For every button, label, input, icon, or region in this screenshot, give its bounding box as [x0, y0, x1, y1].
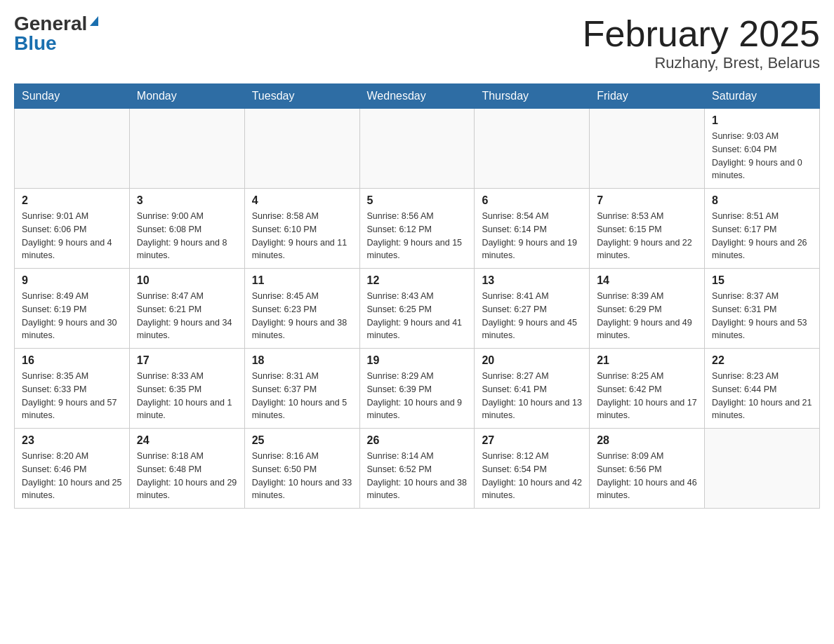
day-cell: 19Sunrise: 8:29 AMSunset: 6:39 PMDayligh…: [359, 349, 475, 429]
day-info: Sunrise: 8:25 AMSunset: 6:42 PMDaylight:…: [597, 370, 697, 422]
day-cell: 15Sunrise: 8:37 AMSunset: 6:31 PMDayligh…: [705, 269, 820, 349]
day-number: 22: [712, 354, 812, 367]
day-info: Sunrise: 8:39 AMSunset: 6:29 PMDaylight:…: [597, 290, 697, 342]
weekday-header-saturday: Saturday: [705, 84, 820, 109]
day-info: Sunrise: 8:53 AMSunset: 6:15 PMDaylight:…: [597, 210, 697, 262]
day-cell: 2Sunrise: 9:01 AMSunset: 6:06 PMDaylight…: [15, 189, 130, 269]
day-number: 12: [367, 274, 468, 287]
weekday-header-thursday: Thursday: [475, 84, 590, 109]
day-cell: 28Sunrise: 8:09 AMSunset: 6:56 PMDayligh…: [590, 429, 705, 509]
day-number: 11: [252, 274, 352, 287]
day-cell: 7Sunrise: 8:53 AMSunset: 6:15 PMDaylight…: [590, 189, 705, 269]
day-info: Sunrise: 8:45 AMSunset: 6:23 PMDaylight:…: [252, 290, 352, 342]
logo-arrow-icon: [90, 16, 98, 26]
day-number: 18: [252, 354, 352, 367]
day-cell: 9Sunrise: 8:49 AMSunset: 6:19 PMDaylight…: [15, 269, 130, 349]
day-cell: [129, 109, 244, 189]
title-area: February 2025 Ruzhany, Brest, Belarus: [583, 14, 820, 72]
day-cell: 23Sunrise: 8:20 AMSunset: 6:46 PMDayligh…: [15, 429, 130, 509]
day-info: Sunrise: 9:00 AMSunset: 6:08 PMDaylight:…: [137, 210, 237, 262]
day-info: Sunrise: 8:56 AMSunset: 6:12 PMDaylight:…: [367, 210, 468, 262]
day-number: 1: [712, 114, 812, 127]
day-number: 13: [482, 274, 582, 287]
weekday-header-tuesday: Tuesday: [244, 84, 359, 109]
day-cell: 10Sunrise: 8:47 AMSunset: 6:21 PMDayligh…: [129, 269, 244, 349]
day-cell: 18Sunrise: 8:31 AMSunset: 6:37 PMDayligh…: [244, 349, 359, 429]
day-cell: 21Sunrise: 8:25 AMSunset: 6:42 PMDayligh…: [590, 349, 705, 429]
day-cell: [15, 109, 130, 189]
day-cell: 11Sunrise: 8:45 AMSunset: 6:23 PMDayligh…: [244, 269, 359, 349]
day-number: 28: [597, 434, 697, 447]
day-cell: 1Sunrise: 9:03 AMSunset: 6:04 PMDaylight…: [705, 109, 820, 189]
weekday-header-monday: Monday: [129, 84, 244, 109]
day-info: Sunrise: 9:01 AMSunset: 6:06 PMDaylight:…: [22, 210, 122, 262]
day-cell: 3Sunrise: 9:00 AMSunset: 6:08 PMDaylight…: [129, 189, 244, 269]
day-number: 8: [712, 194, 812, 207]
day-cell: [359, 109, 475, 189]
day-info: Sunrise: 9:03 AMSunset: 6:04 PMDaylight:…: [712, 130, 812, 182]
logo: General Blue: [14, 14, 98, 53]
day-info: Sunrise: 8:09 AMSunset: 6:56 PMDaylight:…: [597, 450, 697, 502]
weekday-header-row: SundayMondayTuesdayWednesdayThursdayFrid…: [15, 84, 820, 109]
day-info: Sunrise: 8:49 AMSunset: 6:19 PMDaylight:…: [22, 290, 122, 342]
week-row-1: 1Sunrise: 9:03 AMSunset: 6:04 PMDaylight…: [15, 109, 820, 189]
day-info: Sunrise: 8:31 AMSunset: 6:37 PMDaylight:…: [252, 370, 352, 422]
day-cell: 17Sunrise: 8:33 AMSunset: 6:35 PMDayligh…: [129, 349, 244, 429]
day-info: Sunrise: 8:54 AMSunset: 6:14 PMDaylight:…: [482, 210, 582, 262]
day-cell: 8Sunrise: 8:51 AMSunset: 6:17 PMDaylight…: [705, 189, 820, 269]
day-info: Sunrise: 8:41 AMSunset: 6:27 PMDaylight:…: [482, 290, 582, 342]
day-number: 5: [367, 194, 468, 207]
day-number: 16: [22, 354, 122, 367]
day-cell: 20Sunrise: 8:27 AMSunset: 6:41 PMDayligh…: [475, 349, 590, 429]
week-row-4: 16Sunrise: 8:35 AMSunset: 6:33 PMDayligh…: [15, 349, 820, 429]
calendar-table: SundayMondayTuesdayWednesdayThursdayFrid…: [14, 83, 820, 509]
day-cell: 13Sunrise: 8:41 AMSunset: 6:27 PMDayligh…: [475, 269, 590, 349]
day-info: Sunrise: 8:14 AMSunset: 6:52 PMDaylight:…: [367, 450, 468, 502]
day-number: 19: [367, 354, 468, 367]
day-cell: 5Sunrise: 8:56 AMSunset: 6:12 PMDaylight…: [359, 189, 475, 269]
day-number: 24: [137, 434, 237, 447]
day-info: Sunrise: 8:37 AMSunset: 6:31 PMDaylight:…: [712, 290, 812, 342]
logo-general-text: General: [14, 14, 87, 34]
day-cell: [244, 109, 359, 189]
weekday-header-friday: Friday: [590, 84, 705, 109]
weekday-header-sunday: Sunday: [15, 84, 130, 109]
day-info: Sunrise: 8:33 AMSunset: 6:35 PMDaylight:…: [137, 370, 237, 422]
day-cell: 24Sunrise: 8:18 AMSunset: 6:48 PMDayligh…: [129, 429, 244, 509]
day-info: Sunrise: 8:12 AMSunset: 6:54 PMDaylight:…: [482, 450, 582, 502]
day-info: Sunrise: 8:29 AMSunset: 6:39 PMDaylight:…: [367, 370, 468, 422]
day-number: 6: [482, 194, 582, 207]
day-cell: 25Sunrise: 8:16 AMSunset: 6:50 PMDayligh…: [244, 429, 359, 509]
week-row-3: 9Sunrise: 8:49 AMSunset: 6:19 PMDaylight…: [15, 269, 820, 349]
page-header: General Blue February 2025 Ruzhany, Bres…: [14, 14, 820, 72]
day-number: 27: [482, 434, 582, 447]
day-cell: 26Sunrise: 8:14 AMSunset: 6:52 PMDayligh…: [359, 429, 475, 509]
day-cell: 6Sunrise: 8:54 AMSunset: 6:14 PMDaylight…: [475, 189, 590, 269]
day-number: 17: [137, 354, 237, 367]
day-number: 26: [367, 434, 468, 447]
day-cell: 4Sunrise: 8:58 AMSunset: 6:10 PMDaylight…: [244, 189, 359, 269]
day-number: 10: [137, 274, 237, 287]
day-info: Sunrise: 8:16 AMSunset: 6:50 PMDaylight:…: [252, 450, 352, 502]
day-info: Sunrise: 8:47 AMSunset: 6:21 PMDaylight:…: [137, 290, 237, 342]
logo-blue-text: Blue: [14, 34, 57, 53]
day-cell: [705, 429, 820, 509]
weekday-header-wednesday: Wednesday: [359, 84, 475, 109]
month-title: February 2025: [583, 14, 820, 54]
day-cell: [590, 109, 705, 189]
day-info: Sunrise: 8:27 AMSunset: 6:41 PMDaylight:…: [482, 370, 582, 422]
week-row-5: 23Sunrise: 8:20 AMSunset: 6:46 PMDayligh…: [15, 429, 820, 509]
day-number: 20: [482, 354, 582, 367]
day-info: Sunrise: 8:43 AMSunset: 6:25 PMDaylight:…: [367, 290, 468, 342]
day-info: Sunrise: 8:35 AMSunset: 6:33 PMDaylight:…: [22, 370, 122, 422]
day-number: 14: [597, 274, 697, 287]
day-number: 21: [597, 354, 697, 367]
day-number: 25: [252, 434, 352, 447]
day-number: 9: [22, 274, 122, 287]
day-info: Sunrise: 8:58 AMSunset: 6:10 PMDaylight:…: [252, 210, 352, 262]
day-number: 7: [597, 194, 697, 207]
day-cell: 14Sunrise: 8:39 AMSunset: 6:29 PMDayligh…: [590, 269, 705, 349]
day-info: Sunrise: 8:18 AMSunset: 6:48 PMDaylight:…: [137, 450, 237, 502]
day-info: Sunrise: 8:20 AMSunset: 6:46 PMDaylight:…: [22, 450, 122, 502]
day-number: 2: [22, 194, 122, 207]
